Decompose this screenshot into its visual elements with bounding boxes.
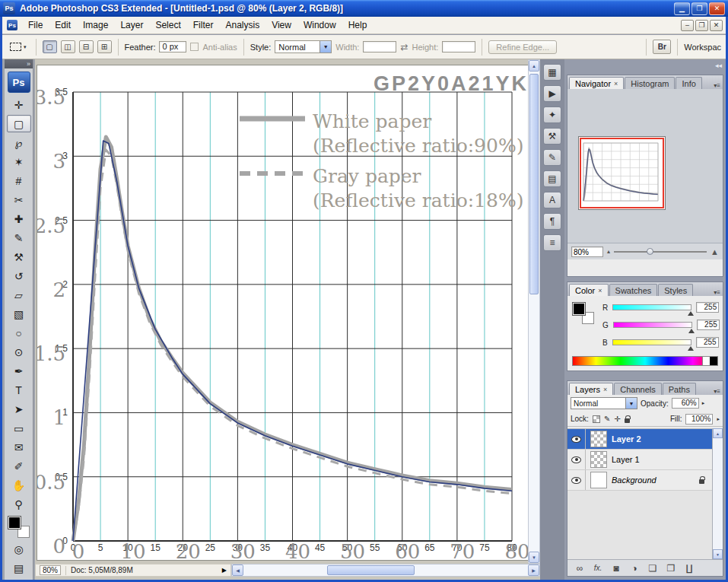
scroll-down-arrow[interactable]: ▼: [529, 552, 539, 563]
maximize-button[interactable]: ❐: [691, 2, 707, 15]
dock-character[interactable]: A: [543, 192, 561, 208]
antialias-checkbox[interactable]: [190, 43, 199, 51]
vertical-scroll-thumb[interactable]: [529, 74, 539, 294]
layer-row-layer-2[interactable]: Layer 2: [567, 429, 712, 450]
new-selection-button[interactable]: ▢: [43, 40, 57, 53]
doc-close-button[interactable]: ✕: [710, 20, 723, 31]
fill-input[interactable]: 100%: [685, 414, 713, 425]
width-input[interactable]: [363, 41, 396, 52]
foreground-color-swatch[interactable]: [8, 517, 21, 529]
blur-tool[interactable]: ○: [7, 324, 31, 342]
green-value-input[interactable]: 255: [697, 320, 720, 330]
lock-all-icon[interactable]: [625, 418, 630, 423]
document-icon[interactable]: Ps: [7, 20, 17, 30]
menu-window[interactable]: Window: [297, 17, 342, 33]
lock-transparency-icon[interactable]: [593, 415, 600, 423]
history-brush-tool[interactable]: ↺: [7, 267, 31, 285]
type-tool[interactable]: T: [7, 381, 31, 399]
horizontal-scrollbar[interactable]: ◀ ▶: [231, 564, 540, 577]
scroll-right-arrow[interactable]: ▶: [528, 565, 539, 576]
close-tab-icon[interactable]: ×: [603, 386, 607, 393]
dodge-tool[interactable]: ⊙: [7, 343, 31, 361]
layer-name[interactable]: Background: [612, 475, 656, 485]
hand-tool[interactable]: ✋: [7, 476, 31, 494]
clone-stamp-tool[interactable]: ⚒: [7, 248, 31, 266]
close-tab-icon[interactable]: ×: [598, 287, 602, 294]
dock-paragraph[interactable]: ¶: [543, 213, 561, 230]
navigator-zoom-input[interactable]: 80%: [571, 246, 603, 257]
visibility-toggle[interactable]: [567, 429, 586, 449]
vertical-scrollbar[interactable]: ▲ ▼: [528, 59, 540, 564]
link-layers-icon[interactable]: ∞: [574, 563, 585, 574]
lock-position-icon[interactable]: ✛: [614, 415, 620, 423]
rectangle-tool[interactable]: ▭: [7, 419, 31, 437]
panel-menu-icon[interactable]: ▾≡: [714, 388, 720, 395]
tool-preset-picker[interactable]: ▾: [7, 41, 30, 52]
layers-scrollbar[interactable]: ▲ ▼: [712, 428, 723, 559]
color-swatches[interactable]: [8, 516, 30, 539]
tab-swatches[interactable]: Swatches: [609, 284, 658, 296]
new-adjustment-layer-icon[interactable]: ◑: [629, 563, 640, 574]
notes-tool[interactable]: ✉: [7, 438, 31, 456]
path-selection-tool[interactable]: ➤: [7, 400, 31, 418]
go-to-bridge-button[interactable]: Br: [653, 40, 671, 54]
tab-color[interactable]: Color ×: [569, 284, 609, 296]
layer-thumbnail[interactable]: [590, 431, 607, 447]
menu-help[interactable]: Help: [342, 17, 374, 33]
zoom-slider-thumb[interactable]: [647, 248, 653, 255]
healing-brush-tool[interactable]: ✚: [7, 210, 31, 227]
doc-minimize-button[interactable]: –: [681, 20, 694, 31]
panel-menu-icon[interactable]: ▾≡: [714, 289, 720, 296]
fill-slider-arrow[interactable]: ▸: [717, 416, 720, 422]
quick-mask-button[interactable]: ◎: [7, 540, 31, 558]
red-slider[interactable]: [612, 304, 691, 310]
layer-row-layer-1[interactable]: Layer 1: [567, 450, 712, 470]
screen-mode-button[interactable]: ▤: [7, 559, 31, 577]
tab-styles[interactable]: Styles: [658, 284, 693, 296]
subtract-from-selection-button[interactable]: ⊟: [79, 40, 94, 53]
dock-layer-comps[interactable]: ▤: [543, 170, 561, 187]
eyedropper-tool[interactable]: ✐: [7, 457, 31, 475]
collapse-tools-arrows[interactable]: »: [5, 59, 33, 68]
status-menu-arrow[interactable]: ▶: [222, 567, 227, 574]
slider-thumb[interactable]: [688, 329, 695, 333]
document-canvas[interactable]: GP2Y0A21YKWhite paper(Reflective ratio:9…: [37, 65, 529, 561]
scroll-up-arrow[interactable]: ▲: [529, 60, 539, 72]
zoom-in-icon[interactable]: ▲: [711, 247, 719, 256]
title-bar[interactable]: Ps Adobe Photoshop CS3 Extended - [Untit…: [0, 0, 728, 17]
swap-dimensions-icon[interactable]: ⇄: [400, 42, 408, 52]
blue-value-input[interactable]: 255: [696, 337, 719, 348]
green-slider[interactable]: [613, 322, 692, 328]
tab-info[interactable]: Info: [676, 77, 701, 89]
new-layer-icon[interactable]: ❐: [666, 563, 676, 574]
lasso-tool[interactable]: ℘: [7, 134, 31, 151]
horizontal-scroll-thumb[interactable]: [327, 565, 415, 575]
rectangular-marquee-tool[interactable]: ▢: [7, 115, 31, 132]
slider-thumb[interactable]: [688, 311, 694, 316]
layer-thumbnail[interactable]: [590, 472, 607, 488]
dock-histogram[interactable]: ▦: [543, 64, 561, 81]
add-to-selection-button[interactable]: ◫: [61, 40, 75, 53]
menu-filter[interactable]: Filter: [187, 17, 220, 33]
chevron-down-icon[interactable]: ▼: [625, 398, 637, 409]
tab-channels[interactable]: Channels: [614, 383, 661, 395]
color-swatches[interactable]: [572, 302, 595, 325]
collapse-dock-arrows[interactable]: ◂◂: [715, 62, 722, 69]
tab-paths[interactable]: Paths: [663, 383, 696, 395]
crop-tool[interactable]: #: [7, 172, 31, 189]
close-tab-icon[interactable]: ×: [614, 80, 618, 87]
blend-mode-dropdown[interactable]: Normal ▼: [571, 397, 637, 409]
layer-name[interactable]: Layer 2: [612, 434, 641, 444]
slice-tool[interactable]: ✂: [7, 191, 31, 208]
menu-file[interactable]: File: [22, 17, 49, 33]
menu-edit[interactable]: Edit: [49, 17, 77, 33]
doc-restore-button[interactable]: ❐: [695, 20, 708, 31]
scroll-up-arrow[interactable]: ▲: [713, 428, 723, 438]
slider-thumb[interactable]: [688, 346, 694, 351]
eraser-tool[interactable]: ▱: [7, 286, 31, 304]
black-shortcut-swatch[interactable]: [710, 357, 717, 365]
pen-tool[interactable]: ✒: [7, 362, 31, 380]
dock-styles[interactable]: ✦: [543, 107, 561, 123]
intersect-selection-button[interactable]: ⊞: [97, 40, 112, 53]
refine-edge-button[interactable]: Refine Edge...: [488, 40, 557, 54]
